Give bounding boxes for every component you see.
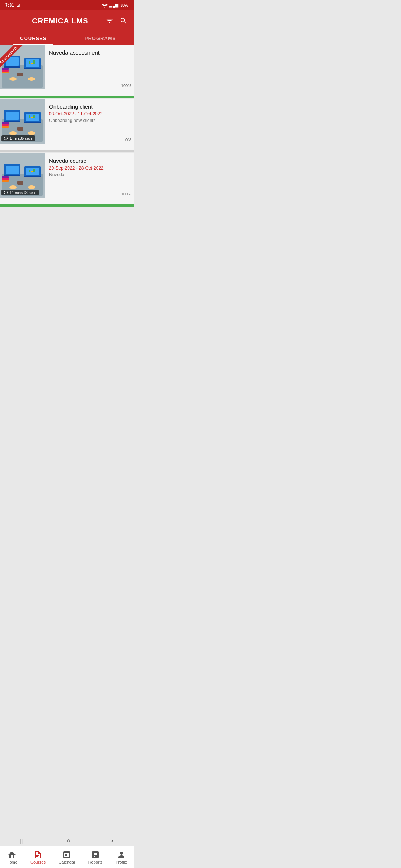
tab-courses[interactable]: COURSES bbox=[0, 31, 67, 45]
svg-rect-28 bbox=[2, 122, 9, 124]
placeholder-left bbox=[6, 16, 15, 25]
battery-text: 30% bbox=[120, 3, 128, 7]
svg-rect-47 bbox=[29, 170, 30, 172]
svg-rect-10 bbox=[2, 68, 9, 70]
svg-rect-21 bbox=[4, 121, 20, 122]
status-bar: 7:31 ⊡ ▂▄▆ 30% bbox=[0, 0, 134, 10]
svg-rect-45 bbox=[2, 178, 9, 180]
course-info-3: Nuveda course 29-Sep-2022 - 28-Oct-2022 … bbox=[45, 153, 134, 182]
course-list: Assessment Nuveda assessment 100% bbox=[0, 45, 134, 241]
course-dates-2: 03-Oct-2022 - 11-Oct-2022 bbox=[49, 111, 129, 116]
course-title-3: Nuveda course bbox=[49, 158, 129, 164]
svg-rect-42 bbox=[24, 176, 41, 177]
svg-rect-27 bbox=[2, 124, 9, 126]
progress-bar-2 bbox=[0, 150, 134, 152]
progress-section-1: 100% bbox=[0, 89, 134, 98]
course-desc-2: Onboarding new clients bbox=[49, 118, 129, 123]
svg-rect-26 bbox=[2, 126, 9, 128]
svg-point-35 bbox=[28, 131, 35, 135]
course-title-1: Nuveda assessment bbox=[49, 49, 129, 56]
svg-rect-6 bbox=[24, 68, 41, 69]
svg-rect-12 bbox=[31, 63, 33, 64]
screenshot-icon: ⊡ bbox=[16, 3, 20, 8]
svg-point-53 bbox=[28, 185, 35, 189]
tabs: COURSES PROGRAMS bbox=[0, 31, 134, 45]
svg-rect-4 bbox=[6, 57, 19, 66]
course-desc-3: Nuveda bbox=[49, 172, 129, 177]
search-icon[interactable] bbox=[120, 17, 128, 25]
tab-programs[interactable]: PROGRAMS bbox=[67, 31, 134, 45]
svg-rect-24 bbox=[24, 122, 41, 123]
status-time: 7:31 bbox=[5, 3, 14, 8]
duration-text-2: 1 min,35 secs bbox=[10, 137, 33, 141]
svg-rect-15 bbox=[17, 73, 23, 76]
svg-rect-30 bbox=[31, 117, 33, 118]
svg-rect-11 bbox=[29, 61, 30, 64]
duration-text-3: 11 mins,33 secs bbox=[10, 191, 36, 195]
svg-rect-46 bbox=[2, 176, 9, 178]
progress-label-1: 100% bbox=[121, 83, 131, 88]
svg-rect-39 bbox=[4, 175, 20, 176]
svg-point-34 bbox=[9, 131, 17, 135]
app-title: CREMICA LMS bbox=[15, 17, 105, 25]
svg-rect-33 bbox=[17, 127, 23, 131]
app-bar: CREMICA LMS bbox=[0, 10, 134, 31]
progress-fill-3 bbox=[0, 204, 134, 207]
svg-rect-22 bbox=[6, 112, 19, 120]
duration-badge-3: 11 mins,33 secs bbox=[1, 190, 39, 195]
svg-rect-29 bbox=[29, 115, 30, 118]
svg-point-16 bbox=[9, 77, 17, 81]
svg-point-17 bbox=[28, 77, 35, 81]
course-dates-3: 29-Sep-2022 - 28-Oct-2022 bbox=[49, 165, 129, 171]
course-item-2[interactable]: 1 min,35 secs Onboarding client 03-Oct-2… bbox=[0, 99, 134, 152]
progress-label-3: 100% bbox=[121, 192, 131, 196]
filter-icon[interactable] bbox=[105, 17, 114, 25]
course-item-3[interactable]: 11 mins,33 secs Nuveda course 29-Sep-202… bbox=[0, 153, 134, 207]
app-bar-actions bbox=[105, 17, 128, 25]
svg-rect-3 bbox=[4, 66, 20, 68]
svg-rect-49 bbox=[33, 169, 35, 172]
wifi-icon bbox=[102, 3, 108, 7]
duration-badge-2: 1 min,35 secs bbox=[1, 135, 35, 141]
course-info-2: Onboarding client 03-Oct-2022 - 11-Oct-2… bbox=[45, 99, 134, 128]
svg-rect-13 bbox=[33, 60, 35, 64]
progress-bar-1 bbox=[0, 96, 134, 98]
progress-fill-1 bbox=[0, 96, 134, 98]
svg-rect-44 bbox=[2, 180, 9, 182]
svg-rect-51 bbox=[17, 181, 23, 185]
course-thumb-2: 1 min,35 secs bbox=[0, 99, 45, 144]
svg-rect-9 bbox=[2, 70, 9, 72]
course-title-2: Onboarding client bbox=[49, 103, 129, 110]
progress-label-2: 0% bbox=[125, 138, 131, 142]
svg-rect-40 bbox=[6, 166, 19, 174]
course-info-1: Nuveda assessment bbox=[45, 45, 134, 62]
status-icons: ▂▄▆ 30% bbox=[102, 3, 128, 7]
svg-point-52 bbox=[9, 185, 17, 189]
progress-section-3: 100% bbox=[0, 198, 134, 207]
svg-rect-48 bbox=[31, 171, 33, 172]
course-thumb-3: 11 mins,33 secs bbox=[0, 153, 45, 198]
course-item-1[interactable]: Assessment Nuveda assessment 100% bbox=[0, 45, 134, 98]
svg-rect-31 bbox=[33, 115, 35, 118]
course-thumb-1: Assessment bbox=[0, 45, 45, 89]
progress-section-2: 0% bbox=[0, 144, 134, 152]
signal-icon: ▂▄▆ bbox=[109, 3, 119, 7]
progress-bar-3 bbox=[0, 204, 134, 207]
svg-rect-8 bbox=[2, 72, 9, 73]
